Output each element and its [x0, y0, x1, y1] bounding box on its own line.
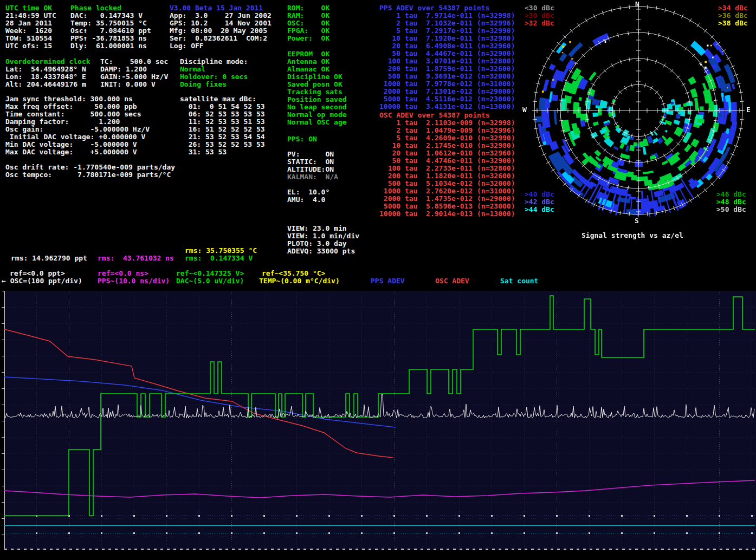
text-line: Damping factor: 1.200	[5, 118, 150, 126]
polar-label-west: W	[522, 106, 527, 114]
polar-label-east: E	[746, 106, 751, 114]
text-line: VIEW: 1.0 min/div	[287, 232, 359, 240]
text-line: Osc↑ 7.084610 ppt	[70, 27, 151, 35]
utc-status-title: UTC time OK	[5, 4, 52, 12]
text-line: VIEW: 23.0 min	[287, 225, 359, 232]
legend-item: >46 dBc	[716, 191, 746, 198]
rms-temp: rms: 35.750355 °C	[185, 247, 257, 255]
polar-caption: Signal strength vs az/el	[581, 232, 683, 239]
text-line: STATIC: ON	[287, 158, 334, 166]
text-line: Doing fixes	[180, 81, 248, 88]
text-line: 5 tau 4.2609e-010 (n=32990)	[379, 134, 515, 142]
text-line: 1 tau 7.9714e-011 (n=32998)	[379, 12, 515, 19]
legend-item: >32 dBc	[525, 19, 554, 27]
text-line: 200 tau 1.8759e-011 (n=32600)	[379, 65, 515, 73]
lady-heather-screen: UTC time OK 21:48:59 UTC28 Jan 2011Week:…	[0, 0, 756, 560]
osc-adev-title: OSC ADEV over 54387 points	[379, 112, 490, 119]
text-line: Almanac OK	[287, 66, 347, 73]
view-settings-list: VIEW: 23.0 minVIEW: 1.0 min/divPLOTQ: 3.…	[287, 225, 359, 255]
text-line: DAMP: 1.200	[100, 66, 168, 73]
scale-osc: ← OSC=(100 ppt/div)	[2, 277, 82, 285]
rms-dac: rms: 0.147334 V	[185, 255, 253, 262]
text-line: OSC: OK	[287, 19, 329, 27]
ref-osc: ref=<0.0 ppt>	[10, 270, 65, 277]
text-line: 1000 tau 2.7620e-012 (n=31000)	[379, 187, 515, 195]
text-line: Discipline OK	[287, 73, 347, 81]
text-line: Osc drift rate: -1.770540e-009 parts/day	[5, 164, 175, 171]
el-amu-list: EL: 10.0°AMU: 4.0	[287, 188, 329, 204]
text-line: Max freq offset: 50.000 ppb	[5, 103, 150, 110]
text-line: PPS↑ -36.781853 ns	[70, 35, 151, 42]
device-status-list: ROM: OKRAM: OKOSC: OKFPGA: OKPower: OK	[287, 4, 329, 42]
text-line: Initial DAC voltage: +0.000000 V	[5, 133, 150, 141]
text-line: Max DAC voltage: +5.000000 V	[5, 148, 150, 156]
text-line: Holdover: 0 secs	[180, 73, 248, 81]
history-plot-area[interactable]	[0, 287, 756, 560]
pps-state: PPS: ON	[287, 135, 317, 143]
text-line: Lon: 18.4337848° E	[5, 73, 86, 81]
text-line: 10 tau 2.1745e-010 (n=32980)	[379, 142, 515, 149]
text-line: 1000 tau 7.9778e-012 (n=31000)	[379, 80, 515, 88]
text-line: 2 tau 7.1032e-011 (n=32996)	[379, 19, 515, 27]
osc-drift-lines: Osc drift rate: -1.770540e-009 parts/day…	[5, 164, 175, 179]
text-line: Lat: 54.4964928° N	[5, 66, 86, 73]
text-line: RAM: OK	[287, 12, 329, 19]
text-line: Jam sync threshold: 300.000 ns	[5, 95, 150, 103]
text-line: 500 tau 5.1034e-012 (n=32000)	[379, 180, 515, 187]
rms-osc: rms: 14.962790 ppt	[11, 255, 87, 262]
text-line: Normal	[180, 66, 248, 73]
text-line: 500 tau 9.3691e-012 (n=32000)	[379, 73, 515, 80]
dbc-legend-top-left: <30 dBc>30 dBc>32 dBc	[525, 4, 554, 27]
text-line: 28 Jan 2011	[5, 19, 56, 27]
text-line: satellite max dBc:	[180, 95, 265, 103]
text-line: 100 tau 2.2733e-011 (n=32800)	[379, 165, 515, 172]
text-line: UTC ofs: 15	[5, 42, 56, 50]
pps-adev-title: PPS ADEV over 54387 points	[379, 4, 490, 12]
text-line: 2000 tau 7.1301e-012 (n=29000)	[379, 88, 515, 95]
text-line: Normal op mode	[287, 111, 347, 119]
text-line: Min DAC voltage: -5.000000 V	[5, 141, 150, 148]
dbc-legend-bottom-left: >40 dBc>42 dBc>44 dBc	[525, 191, 554, 213]
text-line: 21: 53 52 53 54 54	[180, 133, 265, 141]
legend-item: >38 dBc	[718, 19, 748, 27]
satellite-max-dbc-list: satellite max dBc: 01: 0 51 54 52 53 06:…	[180, 95, 265, 156]
text-line: Osc gain: -5.000000 Hz/V	[5, 126, 150, 133]
scale-temp: TEMP~(0.00 m°C/div)	[259, 277, 340, 285]
text-line: App: 3.0 27 Jun 2002	[170, 12, 272, 19]
text-line: Power: OK	[287, 35, 329, 42]
legend-item: >44 dBc	[525, 206, 554, 213]
text-line: Antenna OK	[287, 58, 347, 66]
legend-item: <30 dBc	[525, 4, 554, 12]
text-line: Tracking sats	[287, 88, 347, 96]
gps-health-list: EEPROM OKAntenna OKAlmanac OKDiscipline …	[287, 50, 347, 126]
text-line: Normal OSC age	[287, 119, 347, 126]
legend-item: >48 dBc	[716, 198, 746, 206]
text-line: 1 tau 2.1103e-009 (n=32998)	[379, 119, 515, 127]
text-line: 50 tau 4.4746e-011 (n=32900)	[379, 157, 515, 165]
text-line: 5000 tau 5.8596e-013 (n=23000)	[379, 203, 515, 210]
text-line: DAC: 0.147343 V	[70, 12, 151, 19]
phase-status-title: Phase locked	[70, 4, 121, 12]
text-line: PLOTQ: 3.0 day	[287, 240, 359, 248]
text-line: Mfg: 08:00 20 May 2005	[170, 27, 272, 35]
text-line: 2 tau 1.0479e-009 (n=32996)	[379, 127, 515, 134]
text-line: 20 tau 1.0612e-010 (n=32960)	[379, 149, 515, 157]
text-line: Dly: 61.000001 ns	[70, 42, 151, 50]
text-line: ADEVQ: 33000 pts	[287, 248, 359, 255]
fix-mode-list: PV: ONSTATIC: ONALTITUDE:ON	[287, 151, 334, 173]
text-line: 5 tau 7.2917e-011 (n=32990)	[379, 27, 515, 35]
jam-sync-lines: Jam sync threshold: 300.000 nsMax freq o…	[5, 95, 150, 156]
pps-adev-rows: 1 tau 7.9714e-011 (n=32998) 2 tau 7.1032…	[379, 12, 515, 110]
discipline-mode-lines: NormalHoldover: 0 secsDoing fixes	[180, 66, 248, 88]
loop-param-lines: TC: 500.0 secDAMP: 1.200GAIN:-5.000 Hz/V…	[100, 58, 168, 88]
clock-title: Overdetermined clock	[5, 58, 91, 66]
text-line: ROM: OK	[287, 4, 329, 12]
kalman-status: KALMAN: N/A	[287, 173, 338, 181]
text-line: GAIN:-5.000 Hz/V	[100, 73, 168, 81]
rms-pps: rms: 43.761032 ns	[98, 255, 174, 262]
legend-item: >30 dBc	[525, 12, 554, 19]
text-line: 06: 52 53 53 53 53	[180, 110, 265, 118]
text-line: EL: 10.0°	[287, 188, 329, 196]
text-line: 10000 tau 2.9014e-013 (n=13000)	[379, 210, 515, 218]
text-line: Temp: 35.750015 °C	[70, 19, 151, 27]
